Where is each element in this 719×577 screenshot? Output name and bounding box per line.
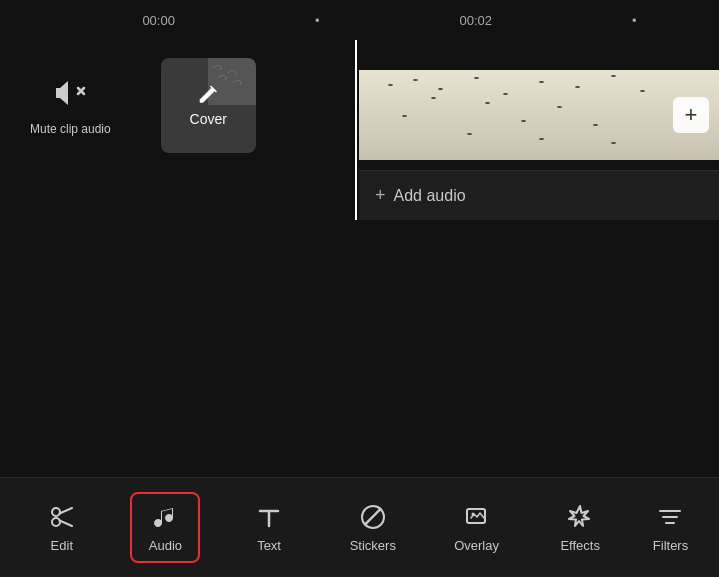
time-marker-2: 00:02 (460, 13, 493, 28)
filters-label: Filters (653, 538, 688, 553)
svg-line-4 (59, 508, 72, 514)
svg-point-3 (52, 518, 60, 526)
svg-point-9 (471, 513, 474, 516)
filter-icon (657, 502, 683, 532)
toolbar-item-overlay[interactable]: Overlay (442, 494, 512, 561)
video-clip: + (359, 70, 719, 160)
overlay-label: Overlay (454, 538, 499, 553)
effects-label: Effects (560, 538, 600, 553)
video-clip-content (359, 70, 719, 160)
mute-tool[interactable]: Mute clip audio (30, 73, 111, 138)
music-icon (152, 502, 178, 532)
toolbar-item-edit[interactable]: Edit (27, 494, 97, 561)
time-dot-1: • (315, 13, 320, 28)
timeline-header: 00:00 • 00:02 • (0, 0, 719, 40)
text-label: Text (257, 538, 281, 553)
add-clip-button[interactable]: + (673, 97, 709, 133)
birds-decoration (359, 70, 719, 160)
toolbar-item-stickers[interactable]: Stickers (338, 494, 408, 561)
time-markers: 00:00 • 00:02 • (0, 13, 719, 28)
add-audio-plus-icon: + (375, 185, 386, 206)
toolbar-item-audio[interactable]: Audio (130, 492, 200, 563)
audio-label: Audio (149, 538, 182, 553)
svg-line-5 (59, 521, 72, 527)
toolbar-item-effects[interactable]: Effects (545, 494, 615, 561)
edit-label: Edit (51, 538, 73, 553)
sticker-icon (360, 502, 386, 532)
add-audio-row[interactable]: + Add audio (359, 170, 719, 220)
svg-point-2 (52, 508, 60, 516)
cover-label: Cover (190, 111, 227, 127)
time-dot-2: • (632, 13, 637, 28)
mute-icon (50, 73, 90, 113)
toolbar-item-text[interactable]: Text (234, 494, 304, 561)
text-icon (256, 502, 282, 532)
main-area: Mute clip audio Cover (0, 40, 719, 400)
mute-label: Mute clip audio (30, 121, 111, 138)
cover-edit-icon (197, 83, 219, 105)
timeline-playhead (355, 40, 357, 220)
add-audio-label: Add audio (394, 187, 466, 205)
bottom-toolbar: Edit Audio Text Stickers (0, 477, 719, 577)
overlay-icon (464, 502, 490, 532)
time-marker-0: 00:00 (142, 13, 175, 28)
effects-icon (567, 502, 593, 532)
toolbar-item-filters[interactable]: Filters (649, 494, 692, 561)
scissors-icon (49, 502, 75, 532)
cover-tool[interactable]: Cover (161, 58, 256, 153)
stickers-label: Stickers (350, 538, 396, 553)
